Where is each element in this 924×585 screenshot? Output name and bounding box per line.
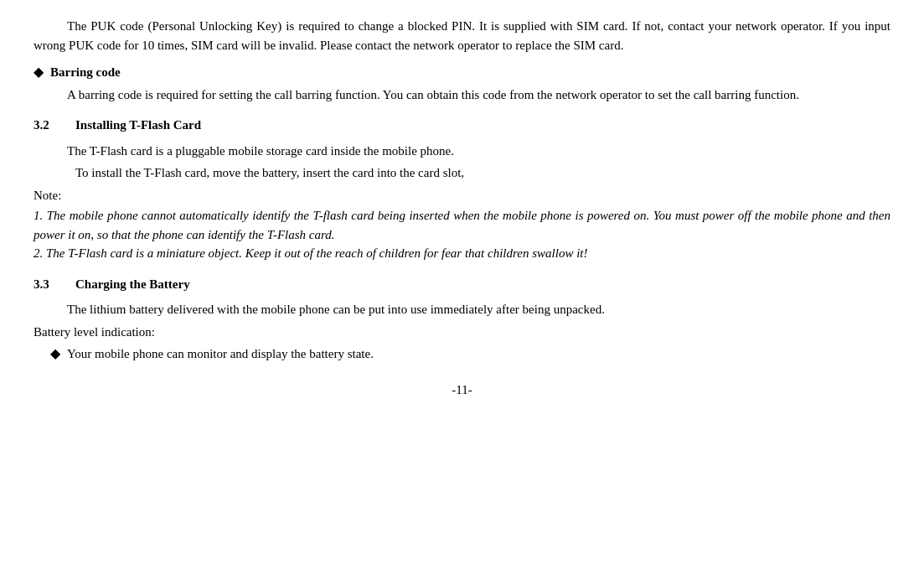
section-33-para1: The lithium battery delivered with the m…: [34, 300, 890, 319]
battery-label: Battery level indication:: [34, 323, 890, 342]
section-32-heading: 3.2 Installing T-Flash Card: [34, 116, 890, 135]
section-32-number: 3.2: [34, 116, 75, 135]
note-1: 1. The mobile phone cannot automatically…: [34, 206, 890, 244]
barring-code-body: A barring code is required for setting t…: [34, 85, 890, 105]
section-33-heading: 3.3 Charging the Battery: [34, 275, 890, 294]
section-32-body: The T-Flash card is a pluggable mobile s…: [34, 142, 890, 263]
note-block: Note: 1. The mobile phone cannot automat…: [34, 186, 890, 263]
bullet-diamond-icon: ◆: [34, 63, 44, 81]
battery-bullet-text: Your mobile phone can monitor and displa…: [67, 344, 374, 364]
barring-code-section: ◆ Barring code A barring code is require…: [34, 63, 890, 104]
section-33-title: Charging the Battery: [75, 275, 190, 294]
section-32-para1: The T-Flash card is a pluggable mobile s…: [34, 142, 890, 161]
battery-bullet-diamond-icon: ◆: [50, 344, 60, 363]
section-32-title: Installing T-Flash Card: [75, 116, 201, 135]
page-number: -11-: [34, 381, 890, 400]
intro-paragraph: The PUK code (Personal Unlocking Key) is…: [34, 17, 890, 54]
battery-bullet-heading: ◆ Your mobile phone can monitor and disp…: [34, 344, 890, 364]
section-32-para2: To install the T-Flash card, move the ba…: [34, 163, 890, 183]
section-33-number: 3.3: [34, 275, 75, 294]
barring-code-title: Barring code: [50, 63, 121, 82]
note-label: Note:: [34, 186, 890, 205]
note-2: 2. The T-Flash card is a miniature objec…: [34, 244, 890, 263]
barring-code-heading: ◆ Barring code: [34, 63, 890, 82]
section-33-body: The lithium battery delivered with the m…: [34, 300, 890, 364]
page-content: The PUK code (Personal Unlocking Key) is…: [34, 17, 890, 399]
